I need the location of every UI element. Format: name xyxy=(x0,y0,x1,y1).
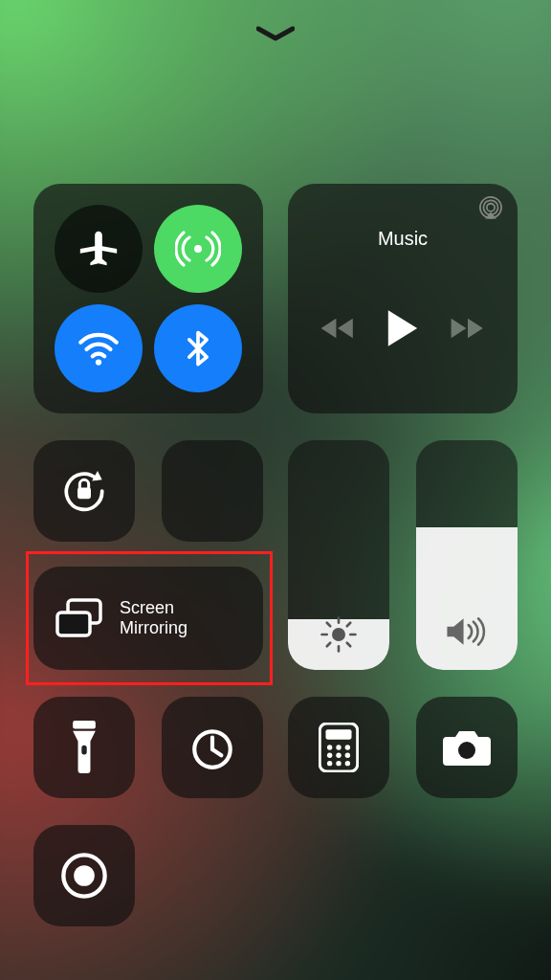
chevron-down-icon[interactable] xyxy=(253,23,298,46)
speaker-icon xyxy=(444,612,490,651)
svg-rect-9 xyxy=(73,721,96,729)
connectivity-panel[interactable] xyxy=(33,184,263,413)
orientation-lock-toggle[interactable] xyxy=(33,440,135,542)
screen-mirroring-label: Screen Mirroring xyxy=(120,598,187,637)
wifi-toggle[interactable] xyxy=(55,304,143,392)
svg-point-14 xyxy=(327,745,332,749)
svg-point-6 xyxy=(332,628,345,641)
camera-button[interactable] xyxy=(416,697,518,798)
airplane-icon xyxy=(77,227,121,271)
svg-point-25 xyxy=(74,865,95,886)
flashlight-icon xyxy=(68,721,100,774)
screen-mirroring-button[interactable]: Screen Mirroring xyxy=(33,567,263,670)
screen-record-button[interactable] xyxy=(33,825,135,926)
wifi-icon xyxy=(75,324,122,372)
svg-point-17 xyxy=(327,753,332,758)
bluetooth-icon xyxy=(177,327,219,369)
rewind-button[interactable] xyxy=(320,314,356,343)
media-title: Music xyxy=(288,228,518,250)
brightness-slider[interactable] xyxy=(288,440,389,670)
antenna-icon xyxy=(175,226,221,272)
svg-point-2 xyxy=(487,204,495,212)
svg-point-1 xyxy=(96,359,101,365)
svg-rect-13 xyxy=(325,729,351,739)
orientation-lock-icon xyxy=(57,464,111,518)
moon-icon xyxy=(190,469,234,513)
svg-point-21 xyxy=(336,761,341,766)
svg-point-16 xyxy=(345,745,350,749)
media-panel[interactable]: Music xyxy=(288,184,518,413)
bluetooth-toggle[interactable] xyxy=(154,304,242,392)
timer-button[interactable] xyxy=(162,697,263,798)
calculator-button[interactable] xyxy=(288,697,389,798)
calculator-icon xyxy=(319,723,359,772)
svg-rect-10 xyxy=(81,746,86,755)
screen-mirroring-icon xyxy=(55,597,104,639)
svg-point-19 xyxy=(345,753,350,758)
svg-point-18 xyxy=(336,753,341,758)
camera-icon xyxy=(441,727,493,768)
cellular-data-toggle[interactable] xyxy=(154,205,242,293)
svg-point-20 xyxy=(327,761,332,766)
do-not-disturb-toggle[interactable] xyxy=(162,440,263,542)
airplay-icon[interactable] xyxy=(477,195,504,222)
svg-point-15 xyxy=(336,745,341,749)
airplane-mode-toggle[interactable] xyxy=(55,205,143,293)
flashlight-button[interactable] xyxy=(33,697,135,798)
forward-button[interactable] xyxy=(450,314,486,343)
svg-point-0 xyxy=(194,245,202,253)
volume-slider[interactable] xyxy=(416,440,518,670)
record-icon xyxy=(59,851,109,901)
play-button[interactable] xyxy=(385,308,421,348)
svg-rect-8 xyxy=(57,612,90,635)
svg-point-23 xyxy=(458,742,475,759)
svg-point-22 xyxy=(345,761,350,766)
sun-icon xyxy=(319,614,359,655)
timer-icon xyxy=(188,724,236,771)
svg-rect-5 xyxy=(77,488,91,500)
